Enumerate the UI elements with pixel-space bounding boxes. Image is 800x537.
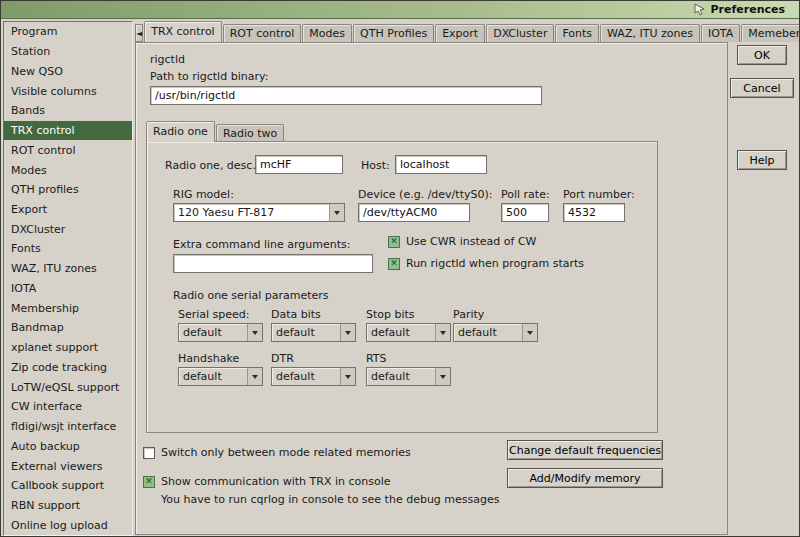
rig-model-value: 120 Yaesu FT-817 bbox=[174, 206, 329, 219]
handshake-value: default bbox=[179, 370, 247, 383]
sidebar-item-membership[interactable]: Membership bbox=[4, 298, 132, 318]
stop-bits-value: default bbox=[367, 326, 435, 339]
checkbox-checked-icon bbox=[143, 476, 155, 488]
run-rigctld-label: Run rigctld when program starts bbox=[406, 257, 584, 270]
tab-export[interactable]: Export bbox=[435, 24, 485, 42]
sidebar-item-fldigi-wsjt-interface[interactable]: fldigi/wsjt interface bbox=[4, 417, 132, 437]
host-label: Host: bbox=[361, 159, 390, 172]
chevron-down-icon bbox=[247, 368, 262, 385]
sidebar-item-external-viewers[interactable]: External viewers bbox=[4, 456, 132, 476]
chevron-down-icon bbox=[340, 368, 355, 385]
chevron-down-icon bbox=[340, 324, 355, 341]
chevron-down-icon bbox=[247, 324, 262, 341]
rigctld-section-label: rigctld bbox=[150, 53, 185, 66]
add-modify-memory-button[interactable]: Add/Modify memory bbox=[507, 468, 663, 488]
tab-radio-one[interactable]: Radio one bbox=[146, 121, 215, 142]
sidebar-item-cw-interface[interactable]: CW interface bbox=[4, 397, 132, 417]
change-default-frequencies-button[interactable]: Change default frequencies bbox=[507, 440, 663, 460]
host-input[interactable] bbox=[395, 155, 487, 174]
stop-bits-select[interactable]: default bbox=[366, 323, 451, 342]
parity-value: default bbox=[454, 326, 522, 339]
sidebar-item-iota[interactable]: IOTA bbox=[4, 279, 132, 299]
rigctld-path-input[interactable] bbox=[150, 86, 542, 105]
parity-select[interactable]: default bbox=[453, 323, 538, 342]
sidebar-item-bands[interactable]: Bands bbox=[4, 101, 132, 121]
titlebar[interactable]: Preferences bbox=[1, 1, 799, 19]
switch-mode-memories-checkbox[interactable]: Switch only between mode related memorie… bbox=[143, 446, 411, 459]
port-number-input[interactable] bbox=[563, 203, 625, 222]
sidebar-item-rot-control[interactable]: ROT control bbox=[4, 140, 132, 160]
sidebar-item-visible-columns[interactable]: Visible columns bbox=[4, 81, 132, 101]
show-trx-console-checkbox[interactable]: Show communication with TRX in console bbox=[143, 475, 391, 488]
sidebar-item-station[interactable]: Station bbox=[4, 42, 132, 62]
tab-scroll-left-button[interactable]: ◄ bbox=[135, 24, 143, 42]
sidebar-item-export[interactable]: Export bbox=[4, 200, 132, 220]
handshake-select[interactable]: default bbox=[178, 367, 263, 386]
switch-mode-memories-label: Switch only between mode related memorie… bbox=[161, 446, 411, 459]
sidebar-item-auto-backup[interactable]: Auto backup bbox=[4, 436, 132, 456]
tab-qth-profiles[interactable]: QTH Profiles bbox=[353, 24, 434, 42]
dtr-select[interactable]: default bbox=[271, 367, 356, 386]
tab-rot-control[interactable]: ROT control bbox=[223, 24, 302, 42]
port-number-label: Port number: bbox=[563, 188, 635, 201]
help-button[interactable]: Help bbox=[737, 150, 787, 170]
sidebar-item-modes[interactable]: Modes bbox=[4, 160, 132, 180]
ok-button[interactable]: OK bbox=[737, 45, 787, 65]
serial-speed-value: default bbox=[179, 326, 247, 339]
chevron-down-icon bbox=[522, 324, 537, 341]
sidebar-item-bandmap[interactable]: Bandmap bbox=[4, 318, 132, 338]
rig-model-select[interactable]: 120 Yaesu FT-817 bbox=[173, 203, 345, 222]
tab-radio-two[interactable]: Radio two bbox=[216, 124, 284, 142]
tab-memebership[interactable]: Memebership bbox=[741, 24, 800, 42]
rts-value: default bbox=[367, 370, 435, 383]
sidebar-item-xplanet-support[interactable]: xplanet support bbox=[4, 338, 132, 358]
radio-notebook: Radio one Radio two Radio one, desc.: Ho… bbox=[146, 121, 658, 433]
window-title: Preferences bbox=[711, 3, 785, 16]
run-rigctld-checkbox[interactable]: Run rigctld when program starts bbox=[388, 257, 584, 270]
serial-speed-select[interactable]: default bbox=[178, 323, 263, 342]
rts-select[interactable]: default bbox=[366, 367, 451, 386]
sidebar-item-dxcluster[interactable]: DXCluster bbox=[4, 219, 132, 239]
cancel-button[interactable]: Cancel bbox=[730, 78, 794, 98]
sidebar-item-lotw-eqsl-support[interactable]: LoTW/eQSL support bbox=[4, 377, 132, 397]
use-cwr-checkbox[interactable]: Use CWR instead of CW bbox=[388, 235, 536, 248]
sidebar-item-fonts[interactable]: Fonts bbox=[4, 239, 132, 259]
sidebar-item-qth-profiles[interactable]: QTH profiles bbox=[4, 180, 132, 200]
sidebar-item-rbn-support[interactable]: RBN support bbox=[4, 496, 132, 516]
tab-trx-control[interactable]: TRX control bbox=[144, 21, 222, 42]
checkbox-checked-icon bbox=[388, 258, 400, 270]
sidebar-item-trx-control[interactable]: TRX control bbox=[4, 121, 132, 141]
main-notebook: ◄ TRX control ROT control Modes QTH Prof… bbox=[135, 21, 728, 535]
tab-modes[interactable]: Modes bbox=[302, 24, 352, 42]
chevron-down-icon bbox=[435, 368, 450, 385]
sidebar-item-callbook-support[interactable]: Callbook support bbox=[4, 476, 132, 496]
data-bits-select[interactable]: default bbox=[271, 323, 356, 342]
sidebar-item-online-log-upload[interactable]: Online log upload bbox=[4, 515, 132, 535]
rig-model-label: RIG model: bbox=[173, 188, 234, 201]
debug-note: You have to run cqrlog in console to see… bbox=[161, 493, 500, 506]
tab-waz-itu-zones[interactable]: WAZ, ITU zones bbox=[600, 24, 700, 42]
tab-fonts[interactable]: Fonts bbox=[555, 24, 599, 42]
radio-desc-input[interactable] bbox=[255, 155, 343, 174]
dtr-label: DTR bbox=[271, 352, 294, 365]
device-input[interactable] bbox=[358, 203, 470, 222]
stop-bits-label: Stop bits bbox=[366, 308, 415, 321]
poll-rate-label: Poll rate: bbox=[501, 188, 550, 201]
tab-iota[interactable]: IOTA bbox=[701, 24, 740, 42]
sidebar-item-new-qso[interactable]: New QSO bbox=[4, 61, 132, 81]
tab-dxcluster[interactable]: DXCluster bbox=[486, 24, 554, 42]
radio-tabstrip: Radio one Radio two bbox=[146, 121, 658, 142]
extra-args-input[interactable] bbox=[173, 254, 373, 273]
radio-one-panel: Radio one, desc.: Host: RIG model: Devic… bbox=[146, 141, 658, 433]
sidebar-item-waz-itu-zones[interactable]: WAZ, ITU zones bbox=[4, 259, 132, 279]
sidebar-item-program[interactable]: Program bbox=[4, 22, 132, 42]
device-label: Device (e.g. /dev/ttyS0): bbox=[358, 188, 492, 201]
extra-args-label: Extra command line arguments: bbox=[173, 238, 351, 251]
data-bits-value: default bbox=[272, 326, 340, 339]
checkbox-unchecked-icon bbox=[143, 447, 155, 459]
sidebar-item-zip-code-tracking[interactable]: Zip code tracking bbox=[4, 357, 132, 377]
dtr-value: default bbox=[272, 370, 340, 383]
main-tabstrip: ◄ TRX control ROT control Modes QTH Prof… bbox=[135, 21, 728, 42]
poll-rate-input[interactable] bbox=[501, 203, 549, 222]
serial-speed-label: Serial speed: bbox=[178, 308, 250, 321]
